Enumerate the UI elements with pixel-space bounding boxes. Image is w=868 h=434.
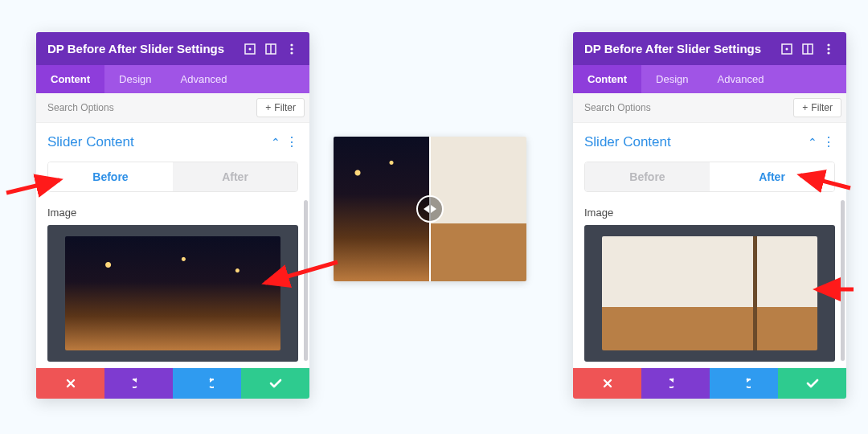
redo-button[interactable] (173, 368, 241, 399)
image-field-label: Image (584, 207, 835, 219)
tab-design[interactable]: Design (641, 65, 702, 93)
inner-tab-before[interactable]: Before (48, 162, 173, 191)
search-row: Search Options +Filter (573, 93, 846, 123)
inner-tab-after[interactable]: After (173, 162, 297, 191)
svg-point-1 (249, 47, 252, 50)
panel-header: DP Before After Slider Settings (573, 32, 846, 65)
plus-icon: + (265, 102, 271, 113)
tab-content[interactable]: Content (573, 65, 641, 93)
kebab-icon[interactable] (822, 43, 835, 55)
before-after-tabs: Before After (584, 162, 835, 192)
search-row: Search Options +Filter (36, 93, 309, 123)
svg-point-4 (290, 43, 293, 46)
redo-button[interactable] (710, 368, 778, 399)
fullscreen-icon[interactable] (780, 43, 793, 55)
section-header[interactable]: Slider Content ⌃ ⋮ (584, 134, 835, 150)
before-after-preview[interactable] (334, 137, 526, 281)
settings-panel-before: DP Before After Slider Settings Content … (36, 32, 309, 399)
inner-tab-before[interactable]: Before (585, 162, 710, 191)
svg-point-6 (290, 51, 293, 54)
fullscreen-icon[interactable] (244, 43, 256, 55)
settings-panel-after: DP Before After Slider Settings Content … (573, 32, 846, 399)
svg-point-5 (290, 47, 293, 50)
after-image-thumb (602, 236, 817, 350)
inner-tab-after[interactable]: After (710, 162, 834, 191)
cancel-button[interactable] (36, 368, 104, 399)
search-placeholder[interactable]: Search Options (47, 102, 256, 113)
tab-design[interactable]: Design (104, 65, 166, 93)
svg-point-8 (786, 47, 788, 50)
tab-content[interactable]: Content (36, 65, 104, 93)
scrollbar[interactable] (841, 200, 845, 361)
svg-point-11 (827, 43, 829, 46)
tab-advanced[interactable]: Advanced (166, 65, 242, 93)
image-well[interactable] (584, 225, 835, 362)
preview-after (430, 137, 526, 281)
undo-button[interactable] (104, 368, 173, 399)
plus-icon: + (802, 102, 808, 113)
cancel-button[interactable] (573, 368, 641, 399)
section-title: Slider Content (584, 134, 808, 150)
preview-before (334, 137, 430, 281)
kebab-icon[interactable]: ⋮ (822, 138, 835, 146)
kebab-icon[interactable] (285, 43, 298, 55)
arrow-left-icon (424, 205, 429, 213)
before-image-thumb (65, 236, 280, 350)
scrollbar[interactable] (304, 200, 308, 361)
kebab-icon[interactable]: ⋮ (285, 138, 298, 146)
columns-icon[interactable] (801, 43, 814, 55)
arrow-right-icon (431, 205, 436, 213)
slider-handle[interactable] (416, 195, 444, 223)
undo-button[interactable] (641, 368, 710, 399)
before-after-tabs: Before After (47, 162, 298, 192)
confirm-button[interactable] (241, 368, 309, 399)
chevron-up-icon[interactable]: ⌃ (271, 136, 280, 149)
panel-footer (573, 368, 846, 399)
search-placeholder[interactable]: Search Options (584, 102, 793, 113)
section-header[interactable]: Slider Content ⌃ ⋮ (47, 134, 298, 150)
svg-point-12 (827, 47, 829, 50)
panel-title: DP Before After Slider Settings (584, 42, 772, 55)
image-field-label: Image (47, 207, 298, 219)
panel-body: Slider Content ⌃ ⋮ Before After Image (573, 123, 846, 368)
confirm-button[interactable] (778, 368, 846, 399)
image-well[interactable] (47, 225, 298, 362)
section-title: Slider Content (47, 134, 271, 150)
columns-icon[interactable] (264, 43, 277, 55)
panel-body: Slider Content ⌃ ⋮ Before After Image (36, 123, 309, 368)
main-tabs: Content Design Advanced (36, 65, 309, 93)
svg-point-13 (827, 51, 829, 54)
chevron-up-icon[interactable]: ⌃ (808, 136, 817, 149)
filter-button[interactable]: +Filter (256, 98, 305, 117)
tab-advanced[interactable]: Advanced (703, 65, 779, 93)
main-tabs: Content Design Advanced (573, 65, 846, 93)
panel-header: DP Before After Slider Settings (36, 32, 309, 65)
filter-button[interactable]: +Filter (793, 98, 841, 117)
panel-title: DP Before After Slider Settings (47, 42, 235, 55)
panel-footer (36, 368, 309, 399)
